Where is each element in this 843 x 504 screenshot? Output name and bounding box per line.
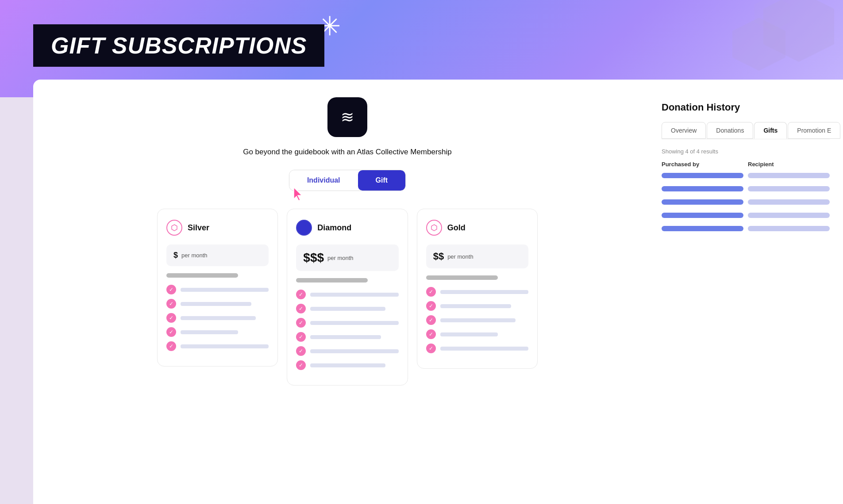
diamond-feature-1: ✓ [296,290,398,299]
diamond-card: Diamond $$$ per month ✓ ✓ ✓ [287,209,408,386]
right-panel: Donation History Overview Donations Gift… [662,97,830,486]
check-icon: ✓ [426,344,436,353]
history-tab-bar: Overview Donations Gifts Promotion E [662,122,830,139]
feature-bar [310,293,398,297]
diamond-feature-2: ✓ [296,304,398,313]
results-count: Showing 4 of 4 results [662,148,830,155]
feature-bar [310,321,398,325]
check-icon: ✓ [426,329,436,339]
gold-price-period: per month [447,253,473,260]
svg-marker-0 [172,225,177,231]
tab-promotion[interactable]: Promotion E [788,122,840,139]
diamond-price-symbol: $$$ [303,251,324,265]
check-icon: ✓ [296,318,306,328]
gold-tier-name: Gold [447,223,466,233]
feature-bar [310,307,385,311]
silver-icon [166,220,182,236]
check-icon: ✓ [166,313,176,323]
silver-tier-name: Silver [188,223,209,233]
purchased-by-bar [662,199,743,205]
gold-card-header: Gold [426,220,528,236]
pricing-cards-container: Silver $ per month ✓ ✓ ✓ [157,209,538,386]
silver-feature-2: ✓ [166,299,269,309]
svg-marker-1 [301,225,307,231]
feature-bar [181,316,256,320]
feature-bar [181,302,251,306]
silver-feature-1: ✓ [166,285,269,294]
silver-feature-4: ✓ [166,327,269,337]
tab-overview[interactable]: Overview [662,122,706,139]
silver-desc-bar [166,273,238,278]
recipient-bar [748,226,830,231]
table-row [662,199,830,205]
check-icon: ✓ [296,360,306,370]
check-icon: ✓ [426,287,436,297]
feature-bar [440,332,498,336]
check-icon: ✓ [166,299,176,309]
diamond-tier-name: Diamond [317,223,351,233]
gold-price-symbol: $$ [433,251,444,262]
check-icon: ✓ [426,301,436,311]
table-header: Purchased by Recipient [662,161,830,168]
header-banner: GIFT SUBSCRIPTIONS [33,24,324,67]
feature-bar [310,363,385,367]
brand-logo: ≋ [327,97,367,137]
feature-bar [440,347,528,351]
recipient-bar [748,199,830,205]
gold-feature-5: ✓ [426,344,528,353]
purchased-by-bar [662,226,743,231]
check-icon: ✓ [426,315,436,325]
check-icon: ✓ [296,304,306,313]
diamond-feature-5: ✓ [296,346,398,356]
silver-price-box: $ per month [166,244,269,266]
gold-card: Gold $$ per month ✓ ✓ ✓ [417,209,538,369]
silver-card: Silver $ per month ✓ ✓ ✓ [157,209,278,367]
individual-tab[interactable]: Individual [289,170,358,191]
silver-feature-3: ✓ [166,313,269,323]
table-row [662,186,830,191]
feature-bar [440,304,511,308]
subscription-type-toggle: Individual Gift [289,170,406,191]
svg-marker-2 [431,225,437,231]
diamond-desc-bar [296,278,368,283]
tagline-text: Go beyond the guidebook with an Atlas Co… [243,148,452,157]
check-icon: ✓ [166,341,176,351]
gold-desc-bar [426,275,498,280]
tab-donations[interactable]: Donations [707,122,753,139]
table-row [662,213,830,218]
diamond-icon [296,220,312,236]
feature-bar [181,344,269,348]
feature-bar [181,330,238,334]
check-icon: ✓ [296,346,306,356]
silver-price-symbol: $ [173,251,178,260]
main-content: ≋ Go beyond the guidebook with an Atlas … [33,80,843,504]
logo-icon: ≋ [341,108,354,126]
check-icon: ✓ [166,327,176,337]
diamond-feature-4: ✓ [296,332,398,342]
table-row [662,173,830,178]
diamond-price-period: per month [327,255,354,261]
gold-icon [426,220,442,236]
table-row [662,226,830,231]
gold-feature-3: ✓ [426,315,528,325]
purchased-by-bar [662,173,743,178]
feature-bar [310,349,398,353]
diamond-price-box: $$$ per month [296,244,398,271]
feature-bar [310,335,381,339]
gift-tab[interactable]: Gift [358,170,406,191]
gold-feature-4: ✓ [426,329,528,339]
check-icon: ✓ [296,332,306,342]
recipient-bar [748,186,830,191]
col-header-recipient: Recipient [748,161,830,168]
feature-bar [440,290,528,294]
recipient-bar [748,213,830,218]
diamond-card-header: Diamond [296,220,398,236]
silver-card-header: Silver [166,220,269,236]
gold-price-box: $$ per month [426,244,528,268]
tab-gifts[interactable]: Gifts [754,122,787,139]
panel-title: Donation History [662,102,830,113]
silver-feature-5: ✓ [166,341,269,351]
diamond-feature-6: ✓ [296,360,398,370]
gold-feature-2: ✓ [426,301,528,311]
history-table: Purchased by Recipient [662,161,830,231]
